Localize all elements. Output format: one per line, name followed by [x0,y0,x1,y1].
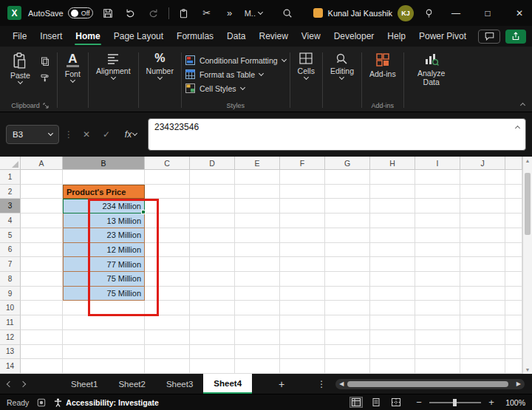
cell-F10[interactable] [280,301,325,315]
cell-H12[interactable] [370,330,415,345]
column-header-I[interactable]: I [415,157,460,170]
cell-partial6[interactable] [505,243,522,258]
cell-I7[interactable] [415,257,460,272]
cell-D8[interactable] [190,272,235,287]
sheet-tab-sheet4[interactable]: Sheet4 [203,374,252,394]
cell-I8[interactable] [415,272,460,287]
cell-I10[interactable] [415,301,460,315]
cell-styles-button[interactable]: Cell Styles [185,83,286,93]
cell-C12[interactable] [145,330,190,345]
page-break-view-button[interactable] [389,397,403,408]
cell-F3[interactable] [280,199,325,213]
column-header-J[interactable]: J [460,157,505,170]
cell-partial4[interactable] [505,213,522,228]
menu-item-power-pivot[interactable]: Power Pivot [412,26,473,47]
cell-B6[interactable]: 12 Million [63,243,145,258]
menu-item-help[interactable]: Help [381,26,412,47]
cell-C13[interactable] [145,345,190,360]
cell-C11[interactable] [145,315,190,330]
cell-A9[interactable] [21,287,63,301]
share-button[interactable] [505,30,526,44]
excel-logo-icon[interactable]: X [7,6,21,20]
cell-B5[interactable]: 23 Million [63,228,145,243]
column-header-E[interactable]: E [235,157,280,170]
cell-J8[interactable] [460,272,505,287]
cell-A3[interactable] [21,199,63,213]
cell-J3[interactable] [460,199,505,213]
cell-H7[interactable] [370,257,415,272]
cell-B4[interactable]: 13 Million [63,213,145,228]
row-header-12[interactable]: 12 [0,330,21,345]
accessibility-status[interactable]: Accessibility: Investigate [54,398,158,407]
cell-G6[interactable] [325,243,370,258]
cell-A12[interactable] [21,330,63,345]
cell-G7[interactable] [325,257,370,272]
cell-H5[interactable] [370,228,415,243]
menu-item-view[interactable]: View [295,26,327,47]
cell-A13[interactable] [21,345,63,360]
zoom-slider[interactable] [429,402,481,403]
qat-overflow-button[interactable]: » [222,4,238,22]
cell-A10[interactable] [21,301,63,315]
cell-J12[interactable] [460,330,505,345]
cell-A11[interactable] [21,315,63,330]
cell-J14[interactable] [460,359,505,374]
account-chip[interactable]: Kunal Jai Kaushik KJ [313,5,414,21]
cell-B7[interactable]: 77 Million [63,257,145,272]
cell-F5[interactable] [280,228,325,243]
cell-C5[interactable] [145,228,190,243]
search-button[interactable] [279,4,296,22]
cell-B2[interactable]: Product's Price [63,185,145,199]
column-header-D[interactable]: D [190,157,235,170]
cell-B9[interactable]: 75 Million [63,287,145,301]
cell-G9[interactable] [325,287,370,301]
row-header-10[interactable]: 10 [0,301,21,315]
column-header-C[interactable]: C [145,157,190,170]
menu-item-developer[interactable]: Developer [327,26,381,47]
cell-F14[interactable] [280,359,325,374]
cell-G12[interactable] [325,330,370,345]
cell-G5[interactable] [325,228,370,243]
cell-A1[interactable] [21,170,63,185]
cell-B1[interactable] [63,170,145,185]
cell-E6[interactable] [235,243,280,258]
cell-F9[interactable] [280,287,325,301]
collapse-formula-bar-icon[interactable] [515,126,520,131]
zoom-level[interactable]: 100% [503,398,525,407]
cell-J6[interactable] [460,243,505,258]
cell-I9[interactable] [415,287,460,301]
menu-item-formulas[interactable]: Formulas [170,26,220,47]
cell-C2[interactable] [145,185,190,199]
record-macro-icon[interactable] [37,398,46,407]
cell-D12[interactable] [190,330,235,345]
cell-C1[interactable] [145,170,190,185]
cell-H8[interactable] [370,272,415,287]
row-header-13[interactable]: 13 [0,345,21,360]
minimize-button[interactable]: — [443,0,468,26]
alignment-button[interactable]: Alignment [92,49,134,81]
name-box[interactable]: B3 [6,125,59,144]
cell-partial10[interactable] [505,301,522,315]
scroll-up-icon[interactable]: ▲ [523,158,532,163]
menu-item-review[interactable]: Review [252,26,294,47]
cell-J1[interactable] [460,170,505,185]
close-button[interactable]: ✕ [507,0,532,26]
cell-I5[interactable] [415,228,460,243]
cell-D14[interactable] [190,359,235,374]
cell-A8[interactable] [21,272,63,287]
cell-F11[interactable] [280,315,325,330]
dialog-launcher-icon[interactable] [43,103,49,109]
cell-A7[interactable] [21,257,63,272]
cell-G3[interactable] [325,199,370,213]
qat-dropdown[interactable]: M.. [245,9,262,18]
format-as-table-button[interactable]: Format as Table [185,69,286,79]
cell-B11[interactable] [63,315,145,330]
cell-G1[interactable] [325,170,370,185]
cell-C3[interactable] [145,199,190,213]
row-header-2[interactable]: 2 [0,185,21,199]
cell-partial1[interactable] [505,170,522,185]
cell-F1[interactable] [280,170,325,185]
cell-C9[interactable] [145,287,190,301]
cell-J9[interactable] [460,287,505,301]
cell-A14[interactable] [21,359,63,374]
